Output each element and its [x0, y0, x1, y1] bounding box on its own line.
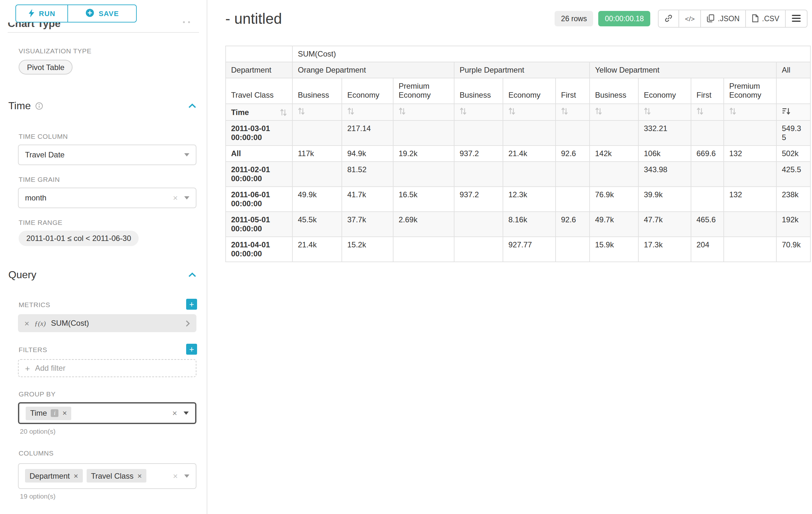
- info-icon: [35, 102, 43, 110]
- pivot-travel-class-header: Economy: [503, 78, 556, 104]
- pivot-column-sort-cell[interactable]: [342, 104, 393, 120]
- pivot-time-label-cell: Time: [226, 104, 292, 120]
- sort-toggle-icon[interactable]: [347, 107, 354, 115]
- pivot-column-sort-cell[interactable]: [292, 104, 342, 120]
- columns-select[interactable]: Department × Travel Class × ×: [18, 463, 196, 489]
- view-query-button[interactable]: </>: [678, 10, 701, 28]
- export-json-button[interactable]: .JSON: [701, 10, 746, 28]
- pivot-column-sort-cell[interactable]: [691, 104, 724, 120]
- pivot-value-cell: [454, 212, 503, 237]
- pivot-value-cell: 425.5: [776, 162, 810, 187]
- filters-header-row: FILTERS +: [19, 344, 197, 355]
- sort-toggle-icon[interactable]: [460, 107, 467, 115]
- sort-toggle-icon[interactable]: [280, 108, 287, 116]
- add-filter-plus-button[interactable]: +: [186, 344, 197, 355]
- sort-toggle-icon[interactable]: [561, 107, 568, 115]
- tag-info-icon: i: [51, 409, 58, 417]
- time-section-title: Time: [8, 100, 31, 112]
- sort-descending-icon[interactable]: [782, 107, 790, 115]
- sort-toggle-icon[interactable]: [729, 107, 736, 115]
- sort-toggle-icon[interactable]: [298, 107, 305, 115]
- sort-toggle-icon[interactable]: [595, 107, 602, 115]
- query-section-header: Query: [8, 269, 196, 281]
- pivot-value-cell: 41.7k: [342, 187, 393, 212]
- run-button[interactable]: RUN: [16, 4, 68, 23]
- pivot-value-cell: 17.3k: [638, 237, 691, 262]
- visualization-type-pill[interactable]: Pivot Table: [19, 60, 73, 75]
- sidebar-divider: [8, 32, 199, 33]
- pivot-data-row: 2011-03-01 00:00:00217.14332.21549.35: [226, 120, 810, 145]
- metric-pill[interactable]: × ƒ(x) SUM(Cost): [18, 314, 196, 332]
- function-icon: ƒ(x): [34, 319, 46, 327]
- pivot-value-cell: [691, 120, 724, 145]
- pivot-data-row: 2011-02-01 00:00:0081.52343.98425.5: [226, 162, 810, 187]
- pivot-value-cell: 19.2k: [393, 145, 454, 162]
- pivot-corner-cell: [226, 46, 292, 62]
- pivot-column-sort-cell[interactable]: [454, 104, 503, 120]
- pivot-travel-class-row: Travel ClassBusinessEconomyPremium Econo…: [226, 78, 810, 104]
- sort-toggle-icon[interactable]: [509, 107, 516, 115]
- pivot-value-cell: 39.9k: [638, 187, 691, 212]
- clear-icon[interactable]: ×: [173, 472, 178, 480]
- add-filter-box[interactable]: + Add filter: [18, 359, 196, 377]
- pivot-value-cell: 45.5k: [292, 212, 342, 237]
- sort-toggle-icon[interactable]: [644, 107, 651, 115]
- pivot-column-sort-cell[interactable]: [503, 104, 556, 120]
- plus-icon: +: [25, 363, 30, 373]
- chart-header: - untitled 26 rows 00:00:00.18 </> .JSON: [208, 0, 812, 28]
- sidebar-action-bar: RUN SAVE: [0, 0, 207, 23]
- chart-title[interactable]: - untitled: [225, 10, 282, 27]
- pivot-value-cell: 70.9k: [776, 237, 810, 262]
- pivot-value-cell: [556, 162, 589, 187]
- save-button[interactable]: SAVE: [67, 4, 137, 23]
- pivot-value-cell: 49.7k: [589, 212, 638, 237]
- remove-metric-icon[interactable]: ×: [24, 319, 29, 327]
- export-csv-button[interactable]: .CSV: [745, 10, 786, 28]
- pivot-column-sort-cell[interactable]: [589, 104, 638, 120]
- share-link-button[interactable]: [658, 10, 679, 28]
- remove-tag-icon[interactable]: ×: [74, 472, 78, 480]
- columns-tag[interactable]: Travel Class ×: [86, 469, 146, 483]
- pivot-column-sort-cell[interactable]: [638, 104, 691, 120]
- columns-label: COLUMNS: [19, 449, 207, 457]
- chart-type-heading-clipped: Chart Type: [8, 23, 207, 30]
- pivot-value-cell: 927.77: [503, 237, 556, 262]
- pivot-column-sort-cell[interactable]: [556, 104, 589, 120]
- collapse-chevron-up-icon[interactable]: [188, 272, 196, 277]
- clear-icon[interactable]: ×: [172, 409, 177, 417]
- pivot-value-cell: 549.35: [776, 120, 810, 145]
- chevron-down-icon: [184, 153, 190, 157]
- pivot-value-cell: 343.98: [638, 162, 691, 187]
- chevron-down-icon: [183, 411, 189, 415]
- pivot-travel-class-header: Premium Economy: [393, 78, 454, 104]
- pivot-travel-class-header: Business: [454, 78, 503, 104]
- run-button-label: RUN: [39, 10, 55, 17]
- pivot-travel-class-label: Travel Class: [226, 78, 292, 104]
- clear-icon[interactable]: ×: [173, 194, 178, 202]
- pivot-column-sort-cell[interactable]: [776, 104, 810, 120]
- pivot-data-row: 2011-06-01 00:00:0049.9k41.7k16.5k937.21…: [226, 187, 810, 212]
- sort-toggle-icon[interactable]: [696, 107, 703, 115]
- menu-button[interactable]: [785, 10, 808, 28]
- pivot-value-cell: [724, 237, 776, 262]
- chevron-right-icon[interactable]: [185, 320, 190, 327]
- pivot-column-sort-cell[interactable]: [393, 104, 454, 120]
- group-by-select[interactable]: Time i × ×: [18, 402, 196, 424]
- pivot-value-cell: 132: [724, 187, 776, 212]
- group-by-tag[interactable]: Time i ×: [26, 406, 71, 420]
- add-metric-button[interactable]: +: [186, 299, 197, 310]
- remove-tag-icon[interactable]: ×: [137, 472, 142, 480]
- pivot-row-header: 2011-04-01 00:00:00: [226, 237, 292, 262]
- time-range-pill[interactable]: 2011-01-01 ≤ col < 2011-06-30: [19, 231, 139, 246]
- columns-tag[interactable]: Department ×: [25, 469, 83, 483]
- pivot-department-group-header: Purple Department: [454, 62, 589, 78]
- pivot-travel-class-header: [776, 78, 810, 104]
- pivot-column-sort-cell[interactable]: [724, 104, 776, 120]
- time-grain-select[interactable]: month ×: [18, 188, 196, 208]
- sort-toggle-icon[interactable]: [399, 107, 406, 115]
- time-column-value: Travel Date: [25, 150, 64, 159]
- pivot-value-cell: 204: [691, 237, 724, 262]
- collapse-chevron-up-icon[interactable]: [188, 104, 196, 109]
- time-column-select[interactable]: Travel Date: [18, 144, 196, 165]
- remove-tag-icon[interactable]: ×: [62, 409, 67, 417]
